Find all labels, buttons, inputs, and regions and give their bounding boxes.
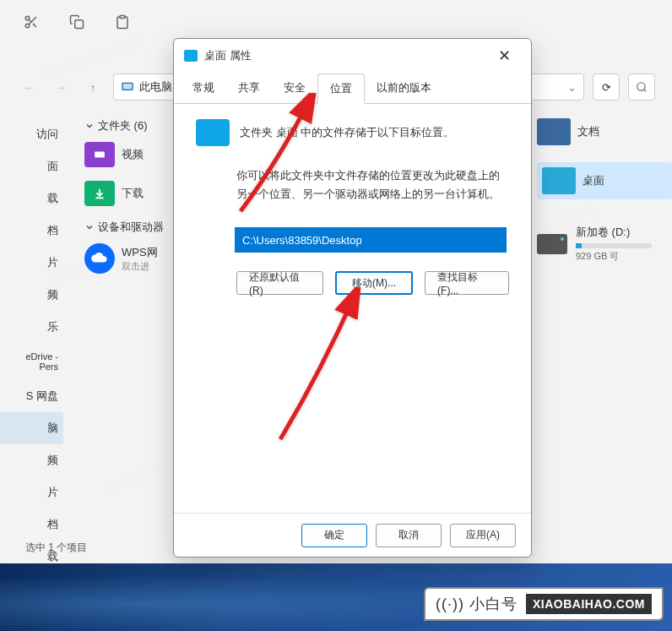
sidebar-item[interactable]: 片	[0, 247, 63, 279]
svg-rect-3	[120, 16, 125, 19]
source-badge: ((·)) 小白号 XIAOBAIHAO.COM	[424, 587, 664, 621]
svg-rect-7	[95, 152, 105, 158]
desktop-folder-icon	[542, 167, 576, 194]
move-button[interactable]: 移动(M)...	[335, 271, 413, 295]
refresh-button[interactable]: ⟳	[593, 73, 620, 101]
explorer-toolbar	[0, 5, 672, 39]
sidebar-item[interactable]: S 网盘	[0, 380, 63, 412]
paste-icon[interactable]	[108, 8, 137, 36]
thispc-icon	[121, 80, 134, 94]
sidebar-item[interactable]: 频	[0, 444, 63, 476]
chevron-down-icon[interactable]: ⌄	[567, 81, 577, 94]
svg-point-0	[25, 16, 30, 20]
svg-point-6	[637, 83, 645, 90]
chevron-down-icon	[84, 121, 95, 131]
tab-previous[interactable]: 以前的版本	[365, 73, 443, 104]
hdd-icon	[537, 234, 567, 254]
description-text: 你可以将此文件夹中文件存储的位置更改为此硬盘上的另一个位置、另一个驱动器或网络上…	[236, 166, 509, 204]
search-icon	[636, 81, 648, 93]
sidebar-item[interactable]: 档	[0, 509, 63, 541]
folders-header[interactable]: 文件夹 (6)	[84, 118, 186, 133]
tab-general[interactable]: 常规	[181, 73, 226, 104]
nav-back-button[interactable]: ←	[17, 75, 41, 99]
restore-default-button[interactable]: 还原默认值(R)	[236, 271, 323, 295]
dialog-footer: 确定 取消 应用(A)	[174, 513, 531, 557]
info-text: 文件夹 桌面 中的文件存储于以下目标位置。	[240, 124, 454, 141]
folder-item-desktop[interactable]: 桌面	[537, 162, 672, 199]
wps-cloud-icon	[84, 243, 115, 274]
sidebar-item[interactable]: 档	[0, 215, 63, 247]
apply-button[interactable]: 应用(A)	[450, 524, 516, 547]
sidebar-item-thispc[interactable]: 脑	[0, 412, 63, 444]
cancel-button[interactable]: 取消	[376, 524, 442, 547]
nav-up-button[interactable]: ↑	[81, 75, 105, 99]
badge-url: XIAOBAIHAO.COM	[526, 594, 652, 614]
downloads-folder-icon	[84, 181, 115, 206]
svg-rect-2	[75, 20, 84, 29]
dialog-title: 桌面 属性	[204, 48, 252, 63]
properties-dialog: 桌面 属性 ✕ 常规 共享 安全 位置 以前的版本 文件夹 桌面 中的文件存储于…	[173, 38, 532, 558]
nav-sidebar: 访问 面 载 档 片 频 乐 eDrive - Pers S 网盘 脑 频 片 …	[0, 118, 63, 563]
dialog-tabs: 常规 共享 安全 位置 以前的版本	[174, 73, 531, 104]
sidebar-item[interactable]: 面	[0, 150, 63, 182]
videos-folder-icon	[84, 142, 115, 167]
path-input[interactable]	[236, 229, 505, 251]
wps-drive-item[interactable]: WPS网 双击进	[84, 243, 186, 274]
close-button[interactable]: ✕	[487, 39, 521, 73]
sidebar-item[interactable]: 频	[0, 279, 63, 311]
ok-button[interactable]: 确定	[301, 524, 367, 547]
tab-sharing[interactable]: 共享	[226, 73, 272, 104]
documents-folder-icon	[537, 118, 571, 145]
breadcrumb-text: 此电脑	[139, 79, 172, 95]
nav-forward-button[interactable]: →	[49, 75, 73, 99]
content-folders: 文件夹 (6) 视频 下载 设备和驱动器 WPS网 双击进	[84, 118, 186, 287]
sidebar-item[interactable]: eDrive - Pers	[0, 343, 63, 380]
folder-info-icon	[196, 119, 230, 146]
folder-item-downloads[interactable]: 下载	[84, 181, 186, 206]
dialog-titlebar[interactable]: 桌面 属性 ✕	[174, 39, 531, 73]
desktop-icon	[184, 50, 198, 62]
drive-item-d[interactable]: 新加卷 (D:) 929 GB 可	[537, 225, 672, 263]
sidebar-item[interactable]: 访问	[0, 118, 63, 150]
find-target-button[interactable]: 查找目标(F)...	[425, 271, 509, 295]
content-right: 文档 桌面 新加卷 (D:) 929 GB 可	[537, 118, 672, 263]
badge-logo: ((·)) 小白号	[436, 594, 518, 614]
cut-icon[interactable]	[17, 8, 46, 36]
svg-rect-5	[123, 84, 133, 90]
search-button[interactable]	[628, 73, 655, 101]
folder-item-documents[interactable]: 文档	[537, 118, 672, 145]
folder-item-videos[interactable]: 视频	[84, 142, 186, 167]
sidebar-item[interactable]: 载	[0, 182, 63, 215]
dialog-body: 文件夹 桌面 中的文件存储于以下目标位置。 你可以将此文件夹中文件存储的位置更改…	[174, 104, 531, 513]
devices-header[interactable]: 设备和驱动器	[84, 220, 186, 235]
svg-point-1	[25, 24, 30, 28]
chevron-down-icon	[84, 222, 95, 232]
tab-location[interactable]: 位置	[317, 73, 365, 104]
tab-security[interactable]: 安全	[272, 73, 317, 104]
sidebar-item[interactable]: 片	[0, 476, 63, 509]
status-bar: 选中 1 个项目	[25, 541, 87, 555]
copy-icon[interactable]	[62, 8, 91, 36]
sidebar-item[interactable]: 乐	[0, 311, 63, 343]
